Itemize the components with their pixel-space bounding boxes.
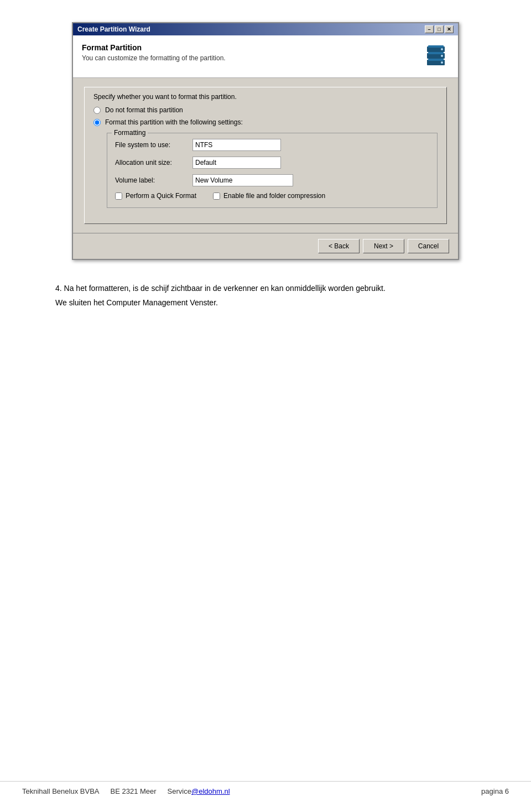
file-system-row: File system to use: NTFS FAT32: [115, 139, 429, 151]
dialog-header-subtitle: You can customize the formatting of the …: [82, 54, 423, 62]
checkbox-row: Perform a Quick Format Enable file and f…: [115, 192, 429, 200]
svg-point-6: [441, 61, 443, 64]
svg-point-8: [441, 48, 443, 50]
minimize-button[interactable]: –: [425, 25, 434, 33]
next-button[interactable]: Next >: [363, 239, 404, 253]
compression-label: Enable file and folder compression: [223, 192, 325, 200]
volume-label-label: Volume label:: [115, 176, 192, 184]
do-format-label: Format this partition with the following…: [105, 118, 243, 126]
allocation-row: Allocation unit size: Default 512 1024: [115, 157, 429, 169]
file-system-label: File system to use:: [115, 141, 192, 149]
svg-rect-5: [428, 45, 444, 48]
dialog-title: Create Partition Wizard: [77, 25, 150, 33]
dialog-footer: < Back Next > Cancel: [73, 233, 458, 259]
volume-label-row: Volume label:: [115, 174, 429, 186]
maximize-button[interactable]: □: [435, 25, 444, 33]
dialog-header: Format Partition You can customize the f…: [73, 35, 458, 78]
file-system-control: NTFS FAT32: [192, 139, 281, 151]
volume-label-input[interactable]: [192, 174, 293, 186]
titlebar-buttons: – □ ✕: [425, 25, 454, 33]
footer-address: BE 2321 Meer: [110, 787, 156, 795]
books-icon: [424, 44, 448, 69]
cancel-button[interactable]: Cancel: [408, 239, 449, 253]
dialog-body: Specify whether you want to format this …: [73, 78, 458, 233]
radio-no-format-option: Do not format this partition: [93, 106, 438, 114]
body-paragraph-1: 4. Na het formatteren, is de schijf zich…: [55, 282, 476, 294]
quick-format-option: Perform a Quick Format: [115, 192, 196, 200]
dialog-titlebar: Create Partition Wizard – □ ✕: [73, 23, 458, 35]
footer-page: pagina 6: [481, 787, 509, 795]
quick-format-checkbox[interactable]: [115, 192, 122, 200]
formatting-legend: Formatting: [112, 129, 148, 137]
body-text-section: 4. Na het formatteren, is de schijf zich…: [22, 277, 509, 322]
svg-rect-1: [428, 59, 444, 61]
no-format-radio[interactable]: [93, 107, 101, 114]
radio-format-option: Format this partition with the following…: [93, 118, 438, 126]
svg-point-7: [441, 55, 443, 57]
svg-rect-3: [428, 52, 444, 54]
dialog-header-text: Format Partition You can customize the f…: [82, 43, 423, 62]
dialog-header-title: Format Partition: [82, 43, 423, 52]
file-system-select[interactable]: NTFS FAT32: [192, 139, 281, 151]
page-footer: Teknihall Benelux BVBA BE 2321 Meer Serv…: [0, 781, 531, 801]
footer-left: Teknihall Benelux BVBA BE 2321 Meer Serv…: [22, 787, 230, 795]
back-button[interactable]: < Back: [318, 239, 360, 253]
dialog-wrapper: Create Partition Wizard – □ ✕ Format Par…: [22, 11, 509, 277]
allocation-select[interactable]: Default 512 1024: [192, 157, 281, 169]
allocation-control: Default 512 1024: [192, 157, 281, 169]
body-paragraph-2: We sluiten het Computer Management Venst…: [55, 296, 476, 309]
allocation-label: Allocation unit size:: [115, 159, 192, 166]
compression-checkbox[interactable]: [213, 192, 220, 200]
partition-icon: [423, 43, 449, 70]
no-format-label: Do not format this partition: [105, 106, 183, 114]
formatting-group: Formatting File system to use: NTFS FAT3…: [107, 133, 438, 208]
do-format-radio[interactable]: [93, 119, 101, 126]
footer-email-link[interactable]: @eldohm.nl: [191, 787, 230, 795]
close-button[interactable]: ✕: [445, 25, 454, 33]
compression-option: Enable file and folder compression: [213, 192, 325, 200]
specify-text: Specify whether you want to format this …: [93, 93, 438, 101]
footer-company: Teknihall Benelux BVBA: [22, 787, 99, 795]
footer-email-label: Service@eldohm.nl: [168, 787, 230, 795]
create-partition-wizard-dialog: Create Partition Wizard – □ ✕ Format Par…: [72, 22, 459, 260]
quick-format-label: Perform a Quick Format: [126, 192, 196, 200]
dialog-body-inner: Specify whether you want to format this …: [84, 87, 447, 224]
